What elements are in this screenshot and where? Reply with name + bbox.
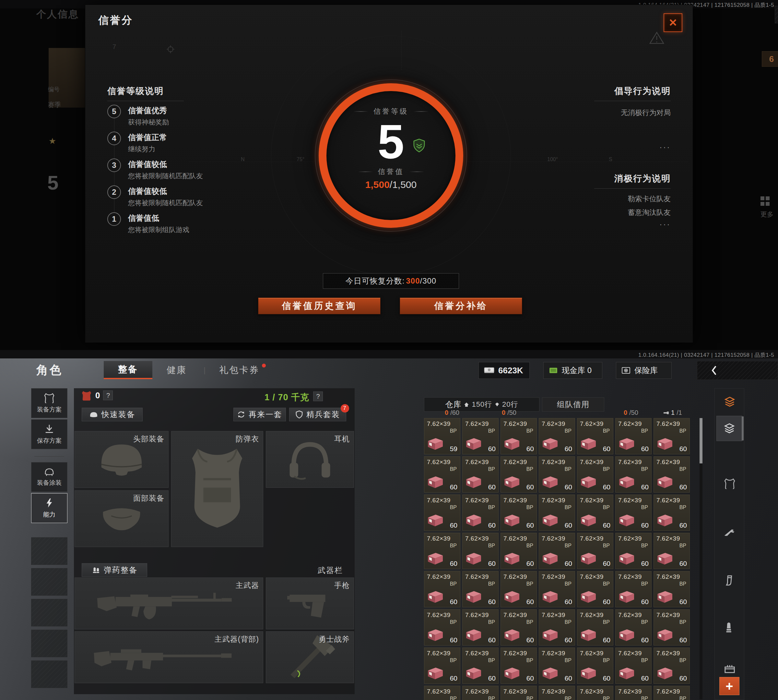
ammo-item[interactable]: 7.62×39 BP 60 xyxy=(577,495,613,531)
ammo-item[interactable]: 7.62×39 BP 60 xyxy=(615,686,651,700)
ammo-item[interactable]: 7.62×39 BP 60 xyxy=(539,648,575,684)
ammo-item[interactable]: 7.62×39 BP 60 xyxy=(424,495,460,531)
rail-armor-category[interactable] xyxy=(719,473,740,494)
slot-body-armor[interactable]: 防弹衣 xyxy=(171,431,263,547)
tab-outfitting[interactable]: 整备 xyxy=(104,361,152,379)
slot-face-gear[interactable]: 面部装备 xyxy=(75,490,169,547)
money-display[interactable]: 6623K xyxy=(479,362,530,379)
ammo-item[interactable]: 7.62×39 BP 60 xyxy=(462,571,499,607)
add-category-button[interactable]: + xyxy=(720,677,740,695)
elite-set-button[interactable]: 精兵套装 7 xyxy=(289,408,346,421)
back-button[interactable] xyxy=(697,361,778,380)
credit-supply-button[interactable]: 信誉分补给 xyxy=(400,298,522,314)
rail-weapon-category[interactable] xyxy=(719,522,740,543)
ammo-item[interactable]: 7.62×39 BP 60 xyxy=(462,418,499,454)
sidebar-empty-slot[interactable] xyxy=(31,660,67,688)
ammo-item[interactable]: 7.62×39 BP 60 xyxy=(653,533,690,569)
quick-equip-button[interactable]: 快速装备 xyxy=(82,408,143,421)
ammo-item[interactable]: 7.62×39 BP 60 xyxy=(424,686,460,700)
ammo-item[interactable]: 7.62×39 BP 60 xyxy=(653,648,690,684)
ammo-item[interactable]: 7.62×39 BP 60 xyxy=(424,648,460,684)
sidebar-item-equip-paint[interactable]: 装备涂装 xyxy=(31,462,67,492)
slot-head-gear[interactable]: 头部装备 xyxy=(75,431,169,488)
ammo-item[interactable]: 7.62×39 BP 60 xyxy=(577,648,613,684)
ammo-item[interactable]: 7.62×39 BP 60 xyxy=(501,418,537,454)
ammo-item[interactable]: 7.62×39 BP 60 xyxy=(577,571,613,607)
ammo-item[interactable]: 7.62×39 BP 60 xyxy=(462,648,499,684)
ammo-item[interactable]: 7.62×39 BP 60 xyxy=(501,456,537,493)
ammo-item[interactable]: 7.62×39 BP 60 xyxy=(653,686,690,700)
ammo-item[interactable]: 7.62×39 BP 60 xyxy=(462,686,499,700)
ammo-item[interactable]: 7.62×39 BP 60 xyxy=(539,609,575,645)
credit-history-button[interactable]: 信誉值历史查询 xyxy=(258,298,381,314)
slot-melee-axe[interactable]: 勇士战斧 xyxy=(266,631,354,683)
slot-headset[interactable]: 耳机 xyxy=(266,431,354,488)
ammo-item[interactable]: 7.62×39 BP 60 xyxy=(615,418,651,454)
ammo-item[interactable]: 7.62×39 BP 60 xyxy=(501,609,537,645)
tab-gift-coupons[interactable]: 礼包卡券 xyxy=(208,361,270,379)
rail-ammo-category[interactable] xyxy=(719,617,740,638)
ammo-item[interactable]: 7.62×39 BP 60 xyxy=(424,456,460,493)
sidebar-item-ability[interactable]: 能力 xyxy=(31,493,67,523)
ammo-item[interactable]: 7.62×39 BP 60 xyxy=(615,456,651,493)
slot-primary-weapon[interactable]: 主武器 xyxy=(75,578,263,629)
ammo-item[interactable]: 7.62×39 BP 60 xyxy=(462,609,499,645)
ammo-item[interactable]: 7.62×39 BP 60 xyxy=(462,456,499,493)
ammo-item[interactable]: 7.62×39 BP 60 xyxy=(615,609,651,645)
ammo-item[interactable]: 7.62×39 BP 60 xyxy=(577,418,613,454)
weight-help-button[interactable]: ? xyxy=(313,392,323,401)
tab-warehouse[interactable]: 仓库 150行 20行 xyxy=(424,397,539,412)
cash-vault-button[interactable]: 现金库 0 xyxy=(543,362,602,379)
sidebar-empty-slot[interactable] xyxy=(31,630,67,657)
ammo-item[interactable]: 7.62×39 BP 60 xyxy=(539,418,575,454)
ammo-item[interactable]: 7.62×39 BP 60 xyxy=(539,456,575,493)
slot-back-weapon[interactable]: 主武器(背部) xyxy=(75,631,263,683)
sidebar-item-equip-plan[interactable]: 装备方案 xyxy=(31,388,67,418)
ammo-item[interactable]: 7.62×39 BP 60 xyxy=(462,495,499,531)
ammo-item[interactable]: 7.62×39 BP 60 xyxy=(653,495,690,531)
ammo-item[interactable]: 7.62×39 BP 60 xyxy=(615,571,651,607)
sidebar-empty-slot[interactable] xyxy=(31,537,67,565)
ammo-item[interactable]: 7.62×39 BP 60 xyxy=(501,571,537,607)
ammo-prep-button[interactable]: 弹药整备 xyxy=(82,563,147,577)
rail-magazine-category[interactable] xyxy=(719,570,740,592)
insurance-vault-button[interactable]: 保险库 xyxy=(616,362,672,379)
ammo-item[interactable]: 7.62×39 BP 60 xyxy=(539,533,575,569)
ammo-item[interactable]: 7.62×39 BP 60 xyxy=(424,533,460,569)
repeat-loadout-button[interactable]: 再来一套 xyxy=(234,408,286,421)
ammo-item[interactable]: 7.62×39 BP 60 xyxy=(501,648,537,684)
ammo-item[interactable]: 7.62×39 BP 60 xyxy=(653,609,690,645)
back-button[interactable] xyxy=(775,6,778,23)
ammo-item[interactable]: 7.62×39 BP 60 xyxy=(615,533,651,569)
ammo-item[interactable]: 7.62×39 BP 60 xyxy=(577,456,613,493)
ammo-item[interactable]: 7.62×39 BP 60 xyxy=(653,571,690,607)
sidebar-empty-slot[interactable] xyxy=(31,599,67,627)
ammo-item[interactable]: 7.62×39 BP 60 xyxy=(653,418,690,454)
ammo-item[interactable]: 7.62×39 BP 60 xyxy=(539,495,575,531)
armor-help-button[interactable]: ? xyxy=(103,390,113,400)
ammo-item[interactable]: 7.62×39 BP 60 xyxy=(539,686,575,700)
ammo-item[interactable]: 7.62×39 BP 59 xyxy=(424,418,460,454)
scrollbar-handle[interactable] xyxy=(700,418,703,463)
ammo-item[interactable]: 7.62×39 BP 60 xyxy=(501,533,537,569)
ammo-item[interactable]: 7.62×39 BP 60 xyxy=(615,495,651,531)
ammo-item[interactable]: 7.62×39 BP 60 xyxy=(615,648,651,684)
rail-filter-all-button[interactable] xyxy=(716,416,742,441)
ammo-item[interactable]: 7.62×39 BP 60 xyxy=(462,533,499,569)
close-button[interactable]: ✕ xyxy=(664,13,682,32)
ammo-item[interactable]: 7.62×39 BP 60 xyxy=(577,533,613,569)
ammo-item[interactable]: 7.62×39 BP 60 xyxy=(501,495,537,531)
rail-crate-category[interactable] xyxy=(719,658,740,679)
sidebar-empty-slot[interactable] xyxy=(31,568,67,596)
tab-health[interactable]: 健康 xyxy=(152,361,201,379)
sidebar-item-save-plan[interactable]: 保存方案 xyxy=(31,419,67,449)
rail-sort-button[interactable] xyxy=(719,391,740,413)
ammo-item[interactable]: 7.62×39 BP 60 xyxy=(424,571,460,607)
tab-team-borrow[interactable]: 组队借用 xyxy=(542,397,604,412)
ammo-item[interactable]: 7.62×39 BP 60 xyxy=(577,609,613,645)
slot-pistol[interactable]: 手枪 xyxy=(266,578,354,629)
rail-scrollbar-handle[interactable] xyxy=(742,417,744,440)
ammo-item[interactable]: 7.62×39 BP 60 xyxy=(424,609,460,645)
ammo-item[interactable]: 7.62×39 BP 60 xyxy=(653,456,690,493)
ammo-item[interactable]: 7.62×39 BP 60 xyxy=(577,686,613,700)
